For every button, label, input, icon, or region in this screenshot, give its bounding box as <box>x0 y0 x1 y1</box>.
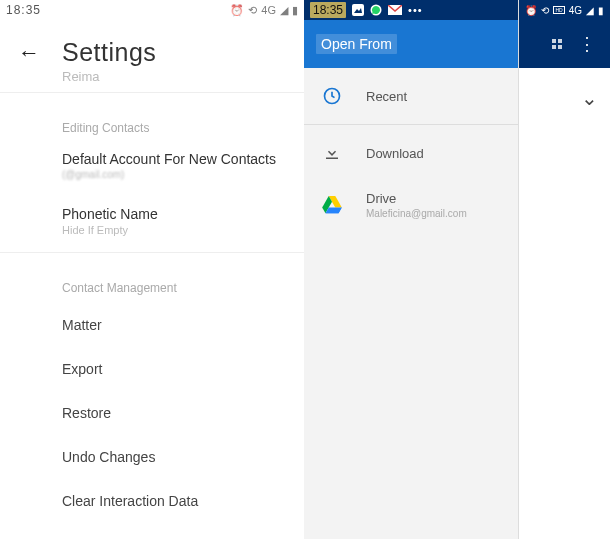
default-account-sub: (@gmail.com) <box>62 169 290 180</box>
sync-icon: ⟲ <box>541 5 549 16</box>
photos-icon <box>352 4 364 16</box>
recent-item[interactable]: Recent <box>304 68 518 124</box>
chevron-down-icon[interactable]: ⌄ <box>581 86 598 110</box>
section-editing-contacts: Editing Contacts <box>0 101 304 143</box>
phonetic-name-item[interactable]: Phonetic Name Hide If Empty <box>0 198 304 244</box>
phonetic-sub: Hide If Empty <box>62 224 290 236</box>
settings-screen: 18:35 ⏰ ⟲ 4G ◢ ▮ ← Settings Reima Editin… <box>0 0 304 539</box>
alarm-icon: ⏰ <box>230 4 244 17</box>
restore-item[interactable]: Restore <box>0 391 304 435</box>
drive-item[interactable]: Drive Maleficina@gmail.com <box>304 181 518 237</box>
volte-icon: HD <box>553 6 564 14</box>
status-time: 18:35 <box>310 2 346 18</box>
grid-view-icon[interactable] <box>552 39 562 49</box>
status-bar-right-2: ⏰ ⟲ HD 4G ◢ ▮ <box>519 0 610 20</box>
app-content: ▾ ⌄ <box>519 68 610 539</box>
network-label: 4G <box>261 4 276 16</box>
default-account-title: Default Account For New Contacts <box>62 151 290 167</box>
whatsapp-icon <box>370 4 382 16</box>
status-icons: ⏰ ⟲ 4G ◢ ▮ <box>230 4 298 17</box>
open-from-title: Open From <box>316 34 397 54</box>
phonetic-title: Phonetic Name <box>62 206 290 222</box>
alarm-icon: ⏰ <box>525 5 537 16</box>
undo-changes-item[interactable]: Undo Changes <box>0 435 304 479</box>
status-bar-right: 18:35 ••• <box>304 0 518 20</box>
open-from-header: Open From <box>304 20 518 68</box>
network-label: 4G <box>569 5 582 16</box>
clear-interaction-item[interactable]: Clear Interaction Data <box>0 479 304 523</box>
default-account-item[interactable]: Default Account For New Contacts (@gmail… <box>0 143 304 188</box>
signal-icon: ◢ <box>280 4 288 17</box>
recent-icon <box>322 86 342 106</box>
download-label: Download <box>366 146 424 161</box>
file-picker-screen: 18:35 ••• Open From Recent <box>304 0 610 539</box>
underlying-app: ⏰ ⟲ HD 4G ◢ ▮ ⋮ ▾ ⌄ <box>519 0 610 539</box>
page-title: Settings <box>62 38 156 67</box>
gmail-icon <box>388 5 402 15</box>
app-toolbar: ⋮ <box>519 20 610 68</box>
back-button[interactable]: ← <box>18 42 40 64</box>
drive-icon <box>322 195 342 215</box>
drive-account: Maleficina@gmail.com <box>366 208 467 219</box>
more-notif-icon: ••• <box>408 4 423 16</box>
recent-label: Recent <box>366 89 407 104</box>
signal-icon: ◢ <box>586 5 594 16</box>
matter-item[interactable]: Matter <box>0 303 304 347</box>
status-bar-left: 18:35 ⏰ ⟲ 4G ◢ ▮ <box>0 0 304 20</box>
sync-icon: ⟲ <box>248 4 257 17</box>
download-icon <box>322 143 342 163</box>
blocked-numbers-item[interactable]: Blocked Numbers <box>0 523 304 539</box>
battery-icon: ▮ <box>598 5 604 16</box>
section-contact-management: Contact Management <box>0 261 304 303</box>
settings-header: ← Settings <box>0 20 304 71</box>
faded-item[interactable]: Reima <box>0 69 304 84</box>
download-item[interactable]: Download <box>304 125 518 181</box>
drive-label: Drive <box>366 191 467 206</box>
export-item[interactable]: Export <box>0 347 304 391</box>
battery-icon: ▮ <box>292 4 298 17</box>
overflow-menu-icon[interactable]: ⋮ <box>578 33 596 55</box>
open-from-drawer: 18:35 ••• Open From Recent <box>304 0 519 539</box>
status-time: 18:35 <box>6 3 41 17</box>
